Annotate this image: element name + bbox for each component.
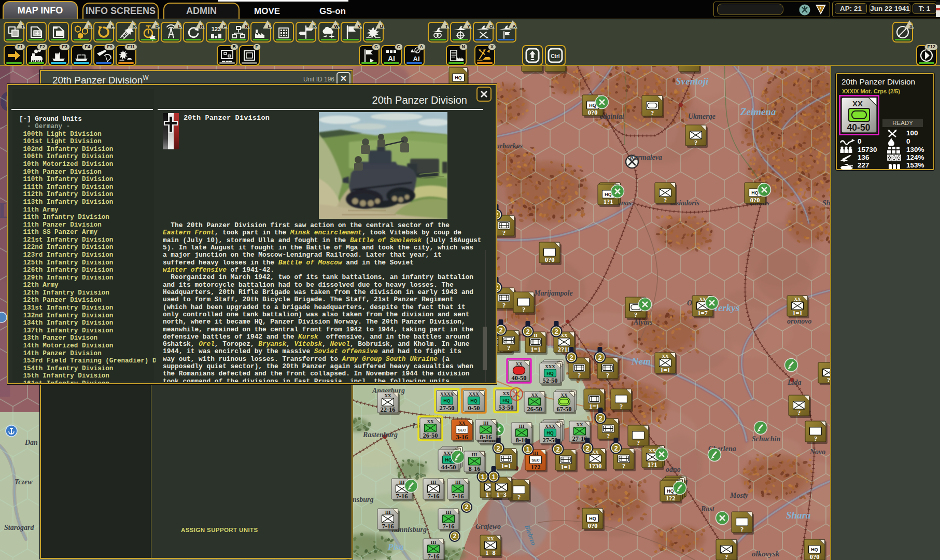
- svg-text:?: ?: [607, 432, 610, 440]
- svg-text:T: T: [820, 6, 822, 10]
- svg-text:2: 2: [499, 326, 502, 334]
- svg-text:0?0: 0?0: [545, 256, 555, 263]
- svg-text:Novo: Novo: [809, 448, 825, 456]
- svg-text:III: III: [399, 480, 405, 485]
- svg-text:27-16: 27-16: [572, 435, 587, 442]
- svg-text:?: ?: [620, 403, 623, 410]
- svg-text:53-50: 53-50: [498, 404, 513, 411]
- svg-text:22-16: 22-16: [380, 406, 395, 413]
- svg-text:1=1: 1=1: [792, 310, 803, 317]
- svg-text:8-16: 8-16: [480, 433, 492, 441]
- svg-text:0?0: 0?0: [588, 109, 598, 116]
- svg-text:XX: XX: [427, 419, 434, 424]
- svg-text:2: 2: [614, 444, 618, 452]
- svg-text:HQ: HQ: [811, 547, 818, 552]
- svg-text:?: ?: [606, 372, 609, 379]
- svg-text:1=8: 1=8: [485, 549, 496, 556]
- svg-text:?: ?: [664, 197, 667, 204]
- svg-text:1?1: 1?1: [648, 461, 657, 468]
- svg-text:1=7: 1=7: [697, 310, 708, 317]
- svg-text:Sventoji: Sventoji: [676, 76, 709, 87]
- svg-text:olkovysk: olkovysk: [752, 550, 780, 558]
- svg-text:Marijampole: Marijampole: [534, 289, 573, 297]
- svg-text:III: III: [431, 480, 437, 485]
- svg-text:HQ: HQ: [589, 103, 596, 108]
- svg-text:HQ: HQ: [751, 190, 759, 195]
- svg-text:Dan: Dan: [24, 439, 38, 446]
- svg-text:2: 2: [556, 445, 559, 453]
- svg-text:Ctrl: Ctrl: [551, 53, 559, 59]
- svg-text:?: ?: [507, 344, 510, 352]
- svg-text:44-50: 44-50: [441, 464, 456, 471]
- svg-text:?: ?: [502, 302, 506, 309]
- svg-text:26-50: 26-50: [527, 405, 542, 413]
- svg-text:?: ?: [797, 409, 801, 416]
- svg-text:SEC: SEC: [458, 428, 466, 432]
- svg-text:XXX: XXX: [545, 364, 555, 369]
- svg-text:7-16: 7-16: [382, 523, 394, 530]
- svg-text:XX: XX: [649, 448, 656, 453]
- svg-text:2: 2: [598, 414, 602, 422]
- svg-text:HQ: HQ: [667, 488, 674, 494]
- svg-text:AI: AI: [413, 55, 420, 63]
- svg-text:1?2: 1?2: [531, 464, 541, 471]
- svg-text:AI: AI: [388, 54, 395, 63]
- svg-text:40-50: 40-50: [847, 122, 871, 133]
- svg-text:XXXX: XXXX: [440, 391, 454, 397]
- svg-text:1=1: 1=1: [501, 463, 511, 470]
- svg-text:?: ?: [637, 439, 640, 446]
- svg-text:?: ?: [622, 463, 625, 470]
- svg-text:27-50: 27-50: [542, 437, 557, 444]
- svg-text:Mosty: Mosty: [729, 492, 749, 499]
- svg-text:1=1: 1=1: [530, 346, 541, 353]
- svg-text:2: 2: [496, 444, 500, 452]
- svg-text:7-16: 7-16: [428, 493, 440, 500]
- svg-text:Tczew: Tczew: [15, 478, 33, 486]
- svg-text:?: ?: [651, 109, 654, 117]
- svg-text:III: III: [455, 480, 461, 485]
- svg-text:0?0: 0?0: [588, 522, 598, 529]
- svg-text:?: ?: [740, 526, 743, 533]
- svg-text:HQ: HQ: [470, 398, 478, 403]
- svg-text:XX: XX: [503, 391, 510, 396]
- svg-text:Schuchin: Schuchin: [752, 435, 780, 443]
- svg-text:HQ: HQ: [445, 457, 452, 463]
- svg-text:7-16: 7-16: [428, 553, 440, 560]
- svg-text:1=1: 1=1: [560, 464, 571, 471]
- svg-text:2: 2: [598, 354, 601, 361]
- svg-text:HQ: HQ: [605, 192, 612, 197]
- svg-text:HQ: HQ: [455, 75, 462, 80]
- svg-text:XX: XX: [561, 393, 568, 398]
- svg-text:XX: XX: [385, 393, 391, 398]
- svg-text:Nem: Nem: [631, 356, 651, 367]
- svg-text:Zeimena: Zeimena: [740, 106, 776, 117]
- svg-text:Shu: Shu: [822, 199, 830, 207]
- svg-text:52-50: 52-50: [542, 377, 557, 384]
- svg-text:XXX: XXX: [545, 424, 555, 429]
- svg-text:Starogard: Starogard: [4, 524, 35, 531]
- svg-text:2: 2: [554, 328, 558, 335]
- svg-text:?: ?: [827, 376, 830, 384]
- svg-text:XX: XX: [852, 99, 863, 108]
- svg-text:HQ: HQ: [502, 398, 510, 403]
- svg-text:1=1: 1=1: [589, 403, 599, 410]
- svg-text:SEC: SEC: [531, 458, 540, 463]
- svg-text:HQ: HQ: [546, 430, 554, 436]
- svg-text:2: 2: [453, 533, 457, 540]
- svg-text:67-50: 67-50: [556, 405, 571, 413]
- svg-text:oronovo: oronovo: [787, 317, 811, 325]
- svg-text:Grajewo: Grajewo: [475, 523, 501, 530]
- svg-text:1?2: 1?2: [666, 495, 676, 502]
- svg-text:?: ?: [725, 553, 728, 560]
- svg-text:XX: XX: [531, 393, 538, 398]
- svg-text:1=1: 1=1: [660, 367, 670, 374]
- svg-text:1: 1: [492, 473, 495, 481]
- svg-text:Lida: Lida: [787, 379, 801, 386]
- svg-text:Rost: Rost: [700, 505, 715, 513]
- svg-text:XXX: XXX: [469, 391, 479, 397]
- svg-text:odno: odno: [666, 466, 681, 473]
- svg-text:XX: XX: [487, 536, 494, 541]
- svg-text:III: III: [472, 452, 478, 457]
- svg-text:?: ?: [522, 306, 525, 313]
- svg-text:2?11: 2?11: [558, 346, 570, 353]
